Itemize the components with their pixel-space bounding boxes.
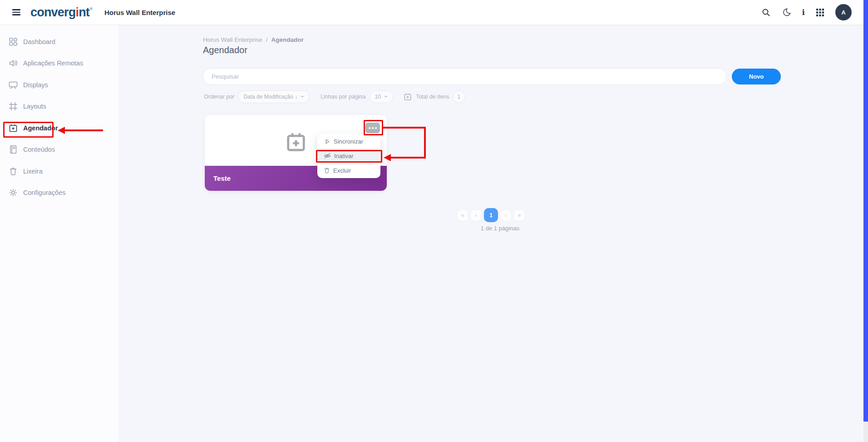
dark-mode-moon-icon[interactable] [782,8,791,17]
sidebar-item-dashboard[interactable]: Dashboard [0,31,118,53]
brand-text-2: nt [79,6,89,19]
dashboard-icon [9,37,18,46]
chevron-down-icon [384,96,388,98]
rows-per-page-label: Linhas por página [321,94,365,100]
sidebar-item-label: Lixeira [23,168,43,175]
sidebar-item-label: Agendador [23,124,58,132]
layout-frame-icon [9,102,18,111]
sidebar-item-layouts[interactable]: Layouts [0,96,118,118]
gear-icon [9,188,18,197]
apps-grid-icon[interactable] [816,9,824,16]
pagination: « ‹ 1 › » [457,208,525,222]
sidebar-item-label: Displays [23,81,48,89]
display-icon [9,80,18,89]
order-by-dropdown[interactable]: Data de Modificação ↓ [238,90,310,103]
annotation-path-horizontal-top [383,127,426,129]
total-items-value: 1 [457,94,460,100]
avatar[interactable]: A [835,4,852,20]
remote-apps-icon [9,59,18,68]
menu-item-label: Excluir [333,167,351,174]
breadcrumb-current: Agendador [271,36,304,43]
eye-off-icon [324,152,331,159]
sidebar-item-lixeira[interactable]: Lixeira [0,160,118,182]
total-items-label: Total de itens [416,94,449,100]
breadcrumb: Horus Wall Enterprise / Agendador [203,36,304,43]
pagination-last-button[interactable]: » [513,209,525,221]
contents-book-icon [9,145,18,154]
hamburger-menu-icon[interactable] [12,9,20,15]
new-button[interactable]: Novo [732,69,781,84]
sidebar-item-agendador[interactable]: Agendador [0,117,118,139]
pagination-prev-button[interactable]: ‹ [470,209,482,221]
search-icon[interactable] [761,8,770,17]
info-icon[interactable]: i [802,9,805,16]
app-title: Horus Wall Enterprise [104,9,175,16]
sidebar-item-displays[interactable]: Displays [0,74,118,96]
card-context-menu: Sincronizar Inativar Excluir [317,134,380,178]
topbar: convergint® Horus Wall Enterprise i A [0,0,868,25]
menu-item-label: Inativar [334,153,354,159]
brand-logo: convergint® [30,6,93,19]
calendar-plus-icon [9,124,18,133]
scrollbar-thumb[interactable] [863,0,868,422]
filters-row: Ordenar por Data de Modificação ↓ Linhas… [204,90,465,104]
order-by-value: Data de Modificação ↓ [243,94,297,100]
calendar-plus-icon [286,131,306,155]
sidebar-item-label: Aplicações Remotas [23,60,83,67]
sidebar-item-conteudos[interactable]: Conteúdos [0,139,118,161]
play-icon [324,138,330,145]
card-title: Teste [213,174,231,182]
menu-item-label: Sincronizar [334,138,363,145]
trash-icon [324,167,330,174]
menu-item-excluir[interactable]: Excluir [317,163,380,178]
order-by-label: Ordenar por [204,94,234,100]
menu-item-inativar[interactable]: Inativar [317,149,380,163]
pagination-next-button[interactable]: › [500,209,512,221]
app-window: convergint® Horus Wall Enterprise i A Da… [0,0,868,442]
breadcrumb-root[interactable]: Horus Wall Enterprise [203,36,262,43]
topbar-actions: i A [761,4,852,20]
sidebar-item-label: Dashboard [23,38,55,45]
breadcrumb-separator: / [266,36,268,43]
card-options-ellipsis-button[interactable] [365,123,380,133]
brand-text: converg [30,6,75,19]
annotation-path-vertical [424,127,426,159]
total-items-badge: 1 [453,90,465,103]
chevron-down-icon [301,96,304,98]
search-input[interactable] [203,68,727,85]
sidebar: Dashboard Aplicações Remotas Displays La… [0,25,118,442]
sidebar-item-aplicacoes-remotas[interactable]: Aplicações Remotas [0,53,118,74]
brand-accent-letter: i [75,6,79,19]
scrollbar[interactable] [863,0,868,442]
menu-item-sincronizar[interactable]: Sincronizar [317,134,380,149]
sidebar-item-label: Conteúdos [23,146,55,153]
page-title: Agendador [203,45,247,55]
rows-per-page-value: 10 [375,94,381,100]
registered-mark: ® [90,7,93,11]
calendar-plus-icon [404,93,412,101]
sidebar-item-label: Layouts [23,103,46,110]
pagination-page-1-button[interactable]: 1 [484,208,498,222]
trash-icon [9,167,18,176]
sidebar-item-configuracoes[interactable]: Configurações [0,182,118,204]
sidebar-item-label: Configurações [23,189,66,196]
pagination-first-button[interactable]: « [457,209,469,221]
pagination-summary: 1 de 1 páginas [472,225,528,232]
rows-per-page-dropdown[interactable]: 10 [370,90,393,103]
annotation-path-horizontal-bottom [390,157,426,159]
